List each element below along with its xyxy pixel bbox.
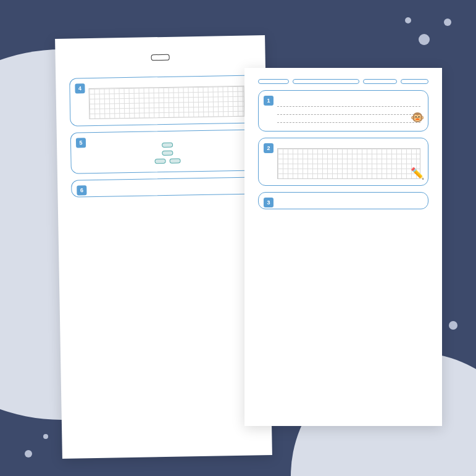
answer-line [69, 72, 252, 75]
task-5-box: 5 [70, 129, 254, 173]
class-field[interactable] [363, 79, 397, 84]
answer-grid [88, 86, 244, 119]
worksheet-page: 1 🐵 2 ✏️ 3 [244, 68, 442, 426]
task-6-item [90, 188, 246, 190]
date-field[interactable] [401, 79, 428, 84]
answer-grid[interactable] [277, 148, 420, 179]
header-row [258, 79, 428, 84]
scheme-leaf [155, 159, 166, 164]
task-6-item [90, 188, 246, 190]
task-number: 5 [76, 138, 86, 148]
answer-line [69, 72, 252, 75]
task-1-box: 1 🐵 [258, 90, 428, 132]
task-number: 1 [264, 96, 273, 106]
bg-dot [444, 19, 451, 26]
task-6-item [90, 188, 246, 190]
scheme-root [162, 143, 173, 148]
answer-line [69, 72, 252, 75]
pencils-icon: ✏️ [411, 167, 424, 180]
answer-line [69, 72, 252, 75]
bg-dot [405, 17, 411, 23]
task-2-box: 2 ✏️ [258, 138, 428, 186]
answer-line [69, 72, 252, 75]
answer-line [69, 72, 252, 75]
answers-title [151, 54, 170, 61]
bg-dot [449, 321, 457, 330]
answer-line [69, 72, 252, 75]
task-6-box: 6 [71, 177, 254, 197]
task-number: 2 [264, 143, 273, 153]
answer-line [69, 72, 252, 75]
task-6-title [90, 184, 246, 186]
bg-dot [419, 34, 430, 45]
task-number: 3 [264, 198, 273, 207]
answer-line[interactable] [277, 101, 420, 107]
monkey-icon: 🐵 [411, 111, 424, 124]
answer-line [69, 72, 252, 75]
bg-dot [43, 434, 48, 439]
scheme-node [162, 151, 173, 156]
answer-line[interactable] [277, 117, 420, 123]
answer-line [69, 72, 252, 75]
task-5-title [90, 136, 245, 139]
task-number: 6 [77, 185, 86, 195]
task-4-title [88, 82, 244, 85]
name-field[interactable] [293, 79, 359, 84]
task-number: 4 [75, 83, 85, 93]
answer-line[interactable] [277, 109, 420, 115]
bg-dot [25, 450, 32, 457]
task-4-box: 4 [69, 75, 253, 126]
answers-page: 4 5 6 [55, 35, 272, 459]
task-3-box: 3 [258, 192, 428, 209]
answer-line [69, 72, 252, 75]
subject-field [258, 79, 289, 84]
task-6-item [90, 188, 246, 190]
scheme-leaf [169, 158, 180, 163]
